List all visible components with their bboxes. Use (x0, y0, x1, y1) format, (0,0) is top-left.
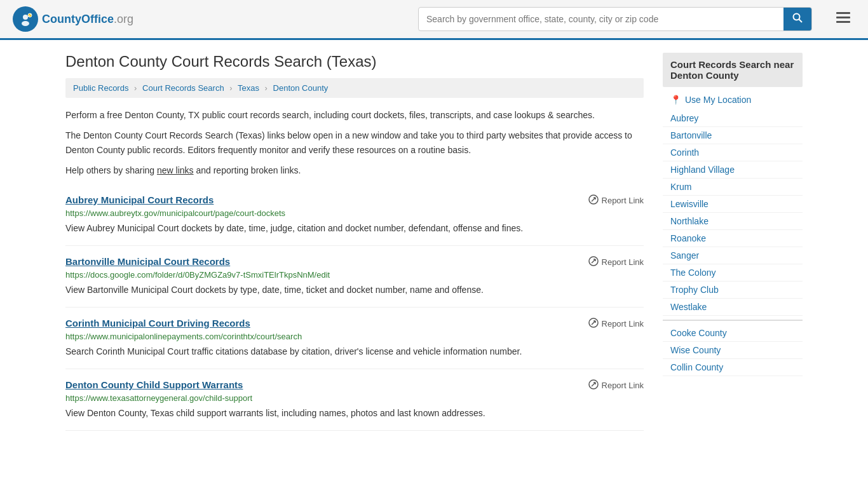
report-link-3[interactable]: Report Link (588, 379, 644, 391)
svg-rect-7 (836, 12, 850, 14)
sidebar-item: Corinth (663, 144, 803, 161)
result-title-3[interactable]: Denton County Child Support Warrants (65, 379, 243, 390)
result-title-0[interactable]: Aubrey Municipal Court Records (65, 194, 214, 205)
result-url-0[interactable]: https://www.aubreytx.gov/municipalcourt/… (65, 208, 644, 218)
sidebar-city-link-7[interactable]: Roanoke (670, 233, 706, 243)
sidebar-county-link-0[interactable]: Cooke County (670, 328, 727, 338)
description-para1: Perform a free Denton County, TX public … (65, 108, 644, 122)
logo[interactable]: CountyOffice.org (13, 6, 133, 32)
main-container: Denton County Court Records Search (Texa… (53, 40, 815, 444)
sidebar-item: Krum (663, 179, 803, 196)
sidebar-cities-list: AubreyBartonvilleCorinthHighland Village… (663, 110, 803, 316)
sidebar-item: Aubrey (663, 110, 803, 127)
sidebar-city-link-5[interactable]: Lewisville (670, 199, 709, 209)
description-para3: Help others by sharing new links and rep… (65, 163, 644, 177)
header: CountyOffice.org (0, 0, 868, 40)
sidebar-item: Bartonville (663, 127, 803, 144)
result-url-3[interactable]: https://www.texasattorneygeneral.gov/chi… (65, 393, 644, 403)
results-container: Aubrey Municipal Court Records Report Li… (65, 184, 644, 431)
result-desc-0: View Aubrey Municipal Court dockets by d… (65, 222, 644, 235)
result-title-1[interactable]: Bartonville Municipal Court Records (65, 256, 230, 267)
report-link-1[interactable]: Report Link (588, 256, 644, 268)
report-icon-3 (588, 379, 599, 391)
breadcrumb-sep-1: › (134, 83, 137, 93)
sidebar-item: Collin County (663, 359, 803, 376)
result-desc-2: Search Corinth Municipal Court traffic c… (65, 345, 644, 358)
new-links-link[interactable]: new links (157, 165, 194, 175)
svg-rect-8 (836, 17, 850, 18)
svg-point-1 (23, 15, 28, 20)
sidebar-city-link-0[interactable]: Aubrey (670, 113, 698, 123)
result-item: Corinth Municipal Court Driving Records … (65, 308, 644, 369)
sidebar-city-link-9[interactable]: The Colony (670, 268, 716, 278)
sidebar-item: Highland Village (663, 161, 803, 179)
description-para2: The Denton County Court Records Search (… (65, 128, 644, 157)
sidebar-counties-list: Cooke CountyWise CountyCollin County (663, 325, 803, 376)
result-item: Aubrey Municipal Court Records Report Li… (65, 184, 644, 246)
result-header: Bartonville Municipal Court Records Repo… (65, 256, 644, 268)
sidebar-city-link-2[interactable]: Corinth (670, 147, 699, 158)
report-icon-0 (588, 194, 599, 207)
result-header: Corinth Municipal Court Driving Records … (65, 318, 644, 330)
search-bar (418, 7, 812, 31)
sidebar-item: Sanger (663, 247, 803, 264)
search-button[interactable] (783, 8, 811, 30)
sidebar-item: Westlake (663, 299, 803, 316)
breadcrumb-court-records-search[interactable]: Court Records Search (142, 83, 224, 93)
sidebar-item: Roanoke (663, 230, 803, 247)
sidebar-item: Northlake (663, 213, 803, 230)
sidebar-city-link-10[interactable]: Trophy Club (670, 285, 719, 295)
result-desc-1: View Bartonville Municipal Court dockets… (65, 283, 644, 297)
svg-line-19 (592, 321, 595, 325)
content-area: Denton County Court Records Search (Texa… (65, 53, 644, 431)
sidebar-item: Cooke County (663, 325, 803, 342)
sidebar-item: Trophy Club (663, 281, 803, 299)
sidebar-item: Wise County (663, 342, 803, 359)
report-icon-1 (588, 256, 599, 268)
result-header: Denton County Child Support Warrants Rep… (65, 379, 644, 391)
sidebar-city-link-11[interactable]: Westlake (670, 302, 707, 312)
breadcrumb: Public Records › Court Records Search › … (65, 78, 644, 98)
svg-rect-9 (836, 21, 850, 23)
sidebar: Court Records Search near Denton County … (663, 53, 803, 431)
result-url-2[interactable]: https://www.municipalonlinepayments.com/… (65, 332, 644, 341)
report-icon-2 (588, 318, 599, 330)
sidebar-city-link-8[interactable]: Sanger (670, 250, 699, 261)
sidebar-divider (663, 320, 803, 321)
sidebar-city-link-4[interactable]: Krum (670, 182, 691, 192)
logo-icon (13, 6, 38, 32)
breadcrumb-public-records[interactable]: Public Records (73, 83, 128, 93)
sidebar-header: Court Records Search near Denton County (663, 53, 803, 87)
sidebar-county-link-2[interactable]: Collin County (670, 362, 723, 372)
sidebar-city-link-6[interactable]: Northlake (670, 216, 709, 226)
sidebar-city-link-3[interactable]: Highland Village (670, 165, 735, 175)
sidebar-item: The Colony (663, 264, 803, 281)
report-link-0[interactable]: Report Link (588, 194, 644, 207)
result-title-2[interactable]: Corinth Municipal Court Driving Records (65, 318, 250, 329)
svg-line-6 (799, 20, 803, 23)
breadcrumb-texas[interactable]: Texas (238, 83, 259, 93)
sidebar-item: Lewisville (663, 196, 803, 213)
svg-point-5 (794, 14, 800, 20)
report-link-2[interactable]: Report Link (588, 318, 644, 330)
breadcrumb-sep-2: › (229, 83, 232, 93)
svg-line-11 (592, 198, 595, 201)
svg-line-15 (592, 259, 595, 263)
search-input[interactable] (419, 9, 783, 29)
menu-button[interactable] (831, 8, 855, 30)
breadcrumb-sep-3: › (265, 83, 268, 93)
svg-point-2 (22, 21, 29, 26)
result-url-1[interactable]: https://docs.google.com/folder/d/0ByZMGZ… (65, 270, 644, 280)
location-icon: 📍 (670, 95, 681, 105)
result-item: Denton County Child Support Warrants Rep… (65, 369, 644, 431)
page-title: Denton County Court Records Search (Texa… (65, 53, 644, 71)
sidebar-county-link-1[interactable]: Wise County (670, 345, 721, 355)
result-item: Bartonville Municipal Court Records Repo… (65, 246, 644, 308)
logo-text: CountyOffice.org (42, 13, 133, 26)
result-header: Aubrey Municipal Court Records Report Li… (65, 194, 644, 207)
use-my-location[interactable]: 📍 Use My Location (663, 90, 803, 110)
breadcrumb-denton-county[interactable]: Denton County (273, 83, 329, 93)
sidebar-city-link-1[interactable]: Bartonville (670, 130, 712, 140)
result-desc-3: View Denton County, Texas child support … (65, 407, 644, 420)
svg-line-23 (592, 383, 595, 386)
